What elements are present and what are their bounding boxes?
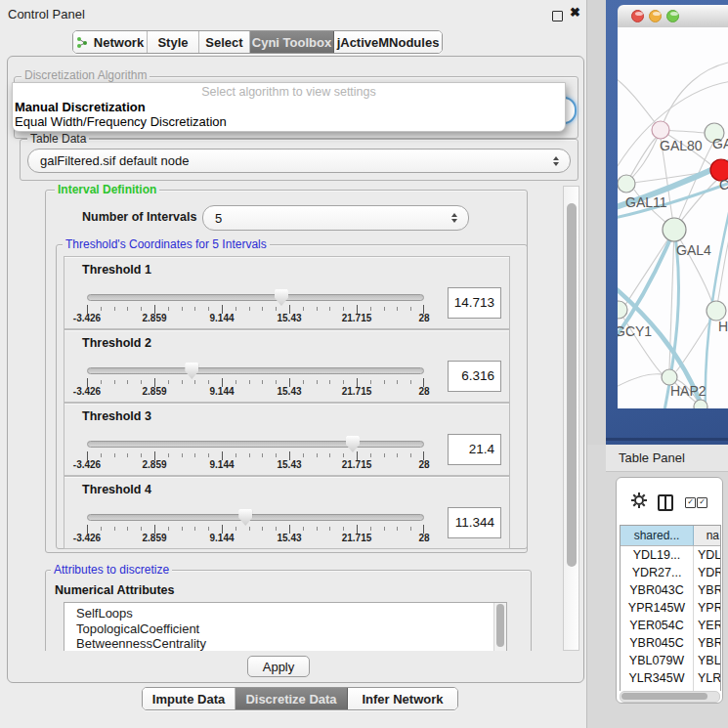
table-row[interactable]: YPR145WYPR1: [621, 599, 720, 617]
tab-network[interactable]: Network: [73, 31, 148, 53]
slider-thumb[interactable]: [346, 436, 360, 452]
cell-shared-name[interactable]: YER054C: [621, 617, 694, 634]
scrollbar-thumb[interactable]: [621, 693, 707, 700]
interval-definition-group-label: Interval Definition: [55, 184, 159, 196]
scale-tick-label: 15.43: [277, 386, 301, 397]
scale-tick-label: -3.426: [73, 459, 101, 470]
node-gal80[interactable]: [652, 121, 669, 139]
list-item[interactable]: SelfLoops: [64, 606, 506, 621]
tab-jactivemnodules[interactable]: jActiveMNodules: [334, 31, 442, 53]
threshold-2-slider[interactable]: [87, 367, 424, 374]
checkbox-icon[interactable]: ✓: [685, 497, 696, 508]
cell-shared-name[interactable]: YDL19...: [621, 546, 694, 564]
list-item[interactable]: TopologicalCoefficient: [64, 621, 506, 637]
node-h[interactable]: [707, 301, 726, 321]
table-data-combobox[interactable]: galFiltered.sif default node: [27, 149, 571, 173]
column-header-name[interactable]: na: [694, 526, 720, 545]
panel-title: Control Panel: [8, 7, 85, 21]
node-gal4[interactable]: [663, 218, 686, 241]
network-window-titlebar[interactable]: [618, 5, 728, 28]
cell-name[interactable]: YLR3: [694, 669, 720, 687]
settings-scrollbar[interactable]: [563, 186, 579, 651]
slider-thumb[interactable]: [238, 509, 252, 526]
table-row[interactable]: YDR27...YDR2: [621, 564, 720, 581]
label-h: H: [718, 319, 728, 334]
cell-shared-name[interactable]: YBR045C: [621, 634, 694, 652]
table-data-value: galFiltered.sif default node: [40, 153, 189, 168]
tab-infer-network-label: Infer Network: [362, 692, 443, 707]
scale-tick-label: 2.859: [142, 459, 166, 470]
cell-name[interactable]: YBR0: [694, 634, 720, 652]
cell-name[interactable]: YPR1: [694, 599, 720, 617]
cell-name[interactable]: YER0: [694, 617, 720, 634]
table-row[interactable]: YER054CYER0: [621, 617, 720, 634]
dropdown-option-manual-discretization[interactable]: Manual Discretization: [13, 100, 565, 114]
scale-tick-label: 2.859: [142, 313, 166, 323]
table-row[interactable]: YBR043CYBR0: [621, 581, 720, 599]
dropdown-placeholder-option[interactable]: Select algorithm to view settings: [13, 85, 565, 100]
number-of-intervals-combobox[interactable]: 5: [202, 205, 469, 231]
column-header-shared-name[interactable]: shared...: [621, 526, 694, 545]
cell-name[interactable]: YDL1: [694, 546, 720, 564]
cell-name[interactable]: YBR0: [694, 581, 720, 599]
threshold-2-label: Threshold 2: [82, 336, 151, 350]
label-c: C: [719, 177, 728, 193]
threshold-1-label: Threshold 1: [82, 263, 151, 277]
label-gal11: GAL11: [625, 194, 667, 210]
tab-cyni-toolbox[interactable]: Cyni Toolbox: [250, 31, 334, 53]
close-traffic-light[interactable]: [631, 10, 644, 22]
combo-arrows-icon: [451, 213, 457, 223]
thresholds-group-label: Threshold's Coordinates for 5 Intervals: [63, 237, 270, 251]
tab-style[interactable]: Style: [148, 31, 199, 53]
minimize-traffic-light[interactable]: [649, 10, 662, 22]
cell-shared-name[interactable]: YPR145W: [621, 599, 694, 617]
cell-shared-name[interactable]: YBL079W: [621, 652, 694, 669]
cell-name[interactable]: YDR2: [694, 564, 720, 581]
node-cut[interactable]: [694, 400, 707, 408]
threshold-4-value-field[interactable]: 11.344: [448, 507, 501, 538]
table-row[interactable]: YLR345WYLR3: [621, 669, 720, 687]
network-canvas[interactable]: GAL80 GA C GAL11 GAL4 GCY1 H HAP2: [618, 27, 728, 408]
threshold-4-slider[interactable]: [87, 514, 424, 521]
table-row[interactable]: YDL19...YDL1: [621, 546, 720, 564]
table-rows: YDL19...YDL1 YDR27...YDR2 YBR043CYBR0 YP…: [621, 545, 720, 691]
tab-infer-network[interactable]: Infer Network: [348, 688, 457, 709]
zoom-traffic-light[interactable]: [666, 10, 679, 22]
threshold-2-value-field[interactable]: 6.316: [448, 361, 501, 392]
float-window-icon[interactable]: [552, 11, 563, 21]
list-scrollbar[interactable]: [493, 603, 506, 651]
tab-discretize-data[interactable]: Discretize Data: [236, 688, 348, 709]
cell-shared-name[interactable]: YLR345W: [621, 669, 694, 687]
column-layout-icon[interactable]: [658, 494, 673, 511]
scale-tick-label: 2.859: [142, 386, 166, 397]
threshold-3-value-field[interactable]: 21.4: [448, 434, 501, 465]
cell-shared-name[interactable]: YBR043C: [621, 581, 694, 599]
table-row[interactable]: YBL079WYBL0: [621, 652, 720, 669]
threshold-1-value-field[interactable]: 14.713: [448, 287, 501, 319]
scale-tick-label: 21.715: [342, 459, 372, 470]
node-gal11[interactable]: [618, 175, 635, 193]
cell-shared-name[interactable]: YDR27...: [621, 564, 694, 581]
table-row[interactable]: YBR045CYBR0: [621, 634, 720, 652]
apply-button[interactable]: Apply: [247, 656, 310, 677]
threshold-1-slider[interactable]: [87, 294, 424, 301]
slider-thumb[interactable]: [275, 289, 288, 306]
checkbox-icon[interactable]: ✓: [697, 497, 707, 508]
cell-name[interactable]: YBL0: [694, 652, 720, 669]
node-table: shared... na YDL19...YDL1 YDR27...YDR2 Y…: [620, 525, 721, 691]
dropdown-option-equal-width[interactable]: Equal Width/Frequency Discretization: [13, 114, 565, 129]
close-icon[interactable]: ✖: [570, 5, 580, 20]
numerical-attributes-list[interactable]: SelfLoops TopologicalCoefficient Between…: [64, 602, 507, 651]
scale-tick-label: 9.144: [209, 313, 234, 323]
scrollbar-thumb[interactable]: [567, 203, 577, 567]
scale-tick-label: -3.426: [73, 313, 101, 323]
tab-select[interactable]: Select: [199, 31, 250, 53]
table-horizontal-scrollbar[interactable]: [620, 691, 720, 703]
scale-tick-label: 21.715: [342, 313, 372, 323]
gear-icon[interactable]: [630, 492, 648, 509]
threshold-3-slider[interactable]: [87, 441, 424, 448]
tab-impute-data[interactable]: Impute Data: [143, 688, 236, 709]
list-item[interactable]: BetweennessCentrality: [64, 636, 506, 651]
slider-thumb[interactable]: [185, 363, 198, 379]
table-panel-card: ✓ ✓ shared... na YDL19...YDL1 YDR27...YD…: [616, 477, 723, 704]
